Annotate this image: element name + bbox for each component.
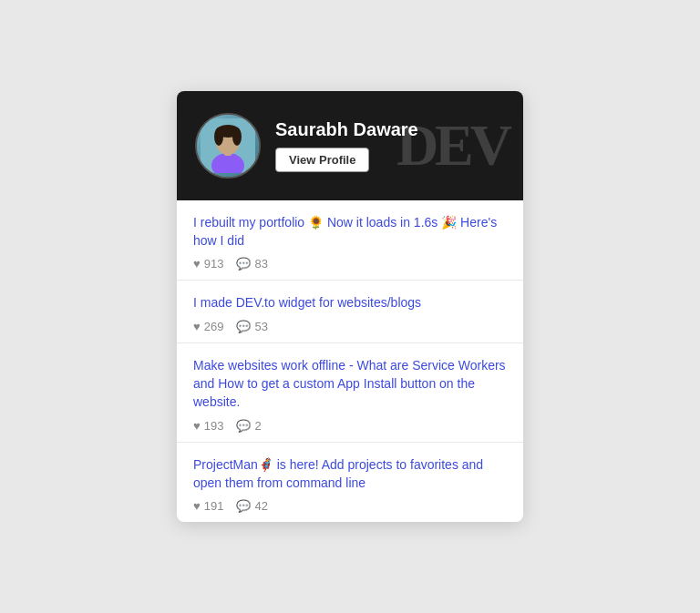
header-info: Saurabh Daware View Profile <box>275 119 418 172</box>
heart-icon: ♥ <box>193 499 201 513</box>
post-meta: ♥ 191💬 42 <box>193 499 507 513</box>
post-title[interactable]: I rebuilt my portfolio 🌻 Now it loads in… <box>193 213 507 250</box>
post-meta: ♥ 193💬 2 <box>193 419 507 433</box>
list-item: ProjectMan🦸 is here! Add projects to fav… <box>177 443 523 523</box>
list-item: Make websites work offline - What are Se… <box>177 343 523 443</box>
comment-count: 💬 83 <box>236 257 267 271</box>
like-count: ♥ 191 <box>193 499 223 513</box>
posts-list: I rebuilt my portfolio 🌻 Now it loads in… <box>177 200 523 522</box>
card-header: Saurabh Daware View Profile DEV <box>177 91 523 200</box>
avatar <box>195 113 261 179</box>
heart-icon: ♥ <box>193 419 201 433</box>
svg-point-5 <box>214 128 223 146</box>
comment-count: 💬 42 <box>236 499 267 513</box>
list-item: I rebuilt my portfolio 🌻 Now it loads in… <box>177 200 523 281</box>
comment-count: 💬 2 <box>236 419 261 433</box>
comment-count: 💬 53 <box>236 320 267 333</box>
comment-icon: 💬 <box>236 257 251 271</box>
svg-point-6 <box>232 128 242 146</box>
comment-icon: 💬 <box>236 419 251 433</box>
comment-icon: 💬 <box>236 320 251 333</box>
post-meta: ♥ 269💬 53 <box>193 320 507 333</box>
post-title[interactable]: Make websites work offline - What are Se… <box>193 356 507 412</box>
like-count: ♥ 269 <box>193 320 223 333</box>
username: Saurabh Daware <box>275 119 418 140</box>
post-title[interactable]: I made DEV.to widget for websites/blogs <box>193 293 507 312</box>
heart-icon: ♥ <box>193 257 201 271</box>
post-meta: ♥ 913💬 83 <box>193 257 507 271</box>
list-item: I made DEV.to widget for websites/blogs♥… <box>177 281 523 342</box>
comment-icon: 💬 <box>236 499 251 513</box>
post-title[interactable]: ProjectMan🦸 is here! Add projects to fav… <box>193 455 507 493</box>
view-profile-button[interactable]: View Profile <box>275 148 369 172</box>
heart-icon: ♥ <box>193 320 201 333</box>
like-count: ♥ 913 <box>193 257 223 271</box>
like-count: ♥ 193 <box>193 419 223 433</box>
profile-card: Saurabh Daware View Profile DEV I rebuil… <box>177 91 523 522</box>
